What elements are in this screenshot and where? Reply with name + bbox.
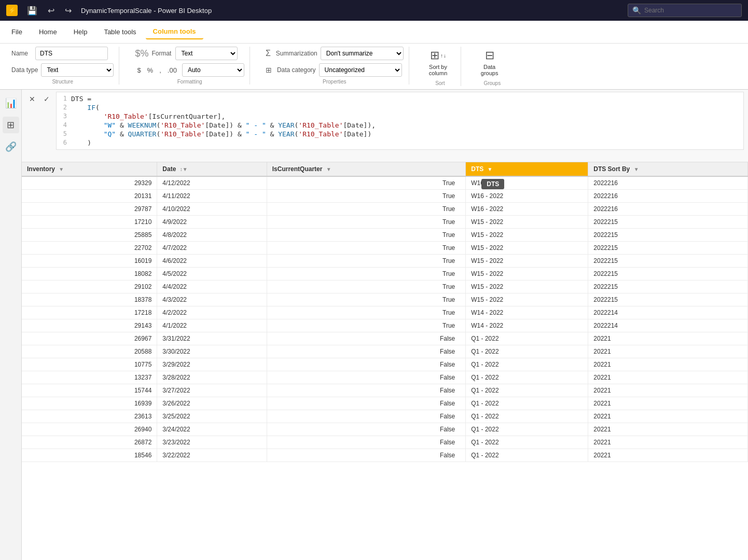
- formula-line-2: 2 IF(: [59, 103, 741, 112]
- menu-help[interactable]: Help: [66, 25, 95, 39]
- cell-dts: W16 - 2022: [466, 203, 588, 216]
- datagroups-button[interactable]: ⊟ Data groups: [477, 47, 503, 78]
- table-row: 17218 4/2/2022 True W14 - 2022 2022214: [22, 306, 748, 319]
- menu-column-tools[interactable]: Column tools: [146, 24, 203, 39]
- table-row: 18378 4/3/2022 True W15 - 2022 2022215: [22, 293, 748, 306]
- formula-code: 1 DTS = 2 IF( 3 'R10_Table'[IsCurrentQua…: [56, 92, 744, 150]
- datatype-select[interactable]: Text: [41, 63, 114, 77]
- cell-dts: W15 - 2022: [466, 242, 588, 255]
- arrow-up: ↑: [440, 53, 443, 59]
- menu-table-tools[interactable]: Table tools: [96, 25, 143, 39]
- cell-iscurrentquarter: False: [267, 358, 466, 371]
- col-inventory-filter[interactable]: ▼: [59, 166, 64, 172]
- cell-dtssortby: 2022215: [588, 242, 748, 255]
- undo-button[interactable]: ↩: [45, 5, 58, 17]
- groups-icon: ⊟: [485, 49, 494, 62]
- table-row: 26872 3/23/2022 False Q1 - 2022 20221: [22, 436, 748, 449]
- percent-icon[interactable]: %: [145, 65, 156, 75]
- table-header: Inventory ▼ Date ↕▼ IsCurrentQuarter ▼ D…: [22, 162, 748, 176]
- cell-inventory: 17218: [22, 306, 157, 319]
- cell-date: 3/28/2022: [157, 371, 267, 384]
- name-input[interactable]: [35, 47, 108, 60]
- save-button[interactable]: 💾: [24, 5, 40, 17]
- table-row: 17210 4/9/2022 True W15 - 2022 2022215: [22, 216, 748, 229]
- sidebar-chart-icon[interactable]: 📊: [3, 95, 19, 111]
- format-label: Format: [151, 50, 172, 57]
- cell-dts: Q1 - 2022: [466, 332, 588, 345]
- cell-date: 4/3/2022: [157, 293, 267, 306]
- ribbon-summarization-row: Σ Summarization Don't summarize: [266, 47, 404, 60]
- menubar: File Home Help Table tools Column tools: [0, 21, 748, 44]
- comma-icon[interactable]: ,: [157, 65, 163, 75]
- cell-date: 4/5/2022: [157, 268, 267, 281]
- summarization-select[interactable]: Don't summarize: [321, 47, 404, 60]
- formatting-label: Formatting: [135, 79, 244, 85]
- main-area: 📊 ⊞ 🔗 ✕ ✓ 1 DTS = 2 IF(: [0, 90, 748, 560]
- menu-file[interactable]: File: [4, 25, 30, 39]
- col-dts: DTS ▼ DTS: [466, 162, 588, 176]
- arrow-down: ↓: [444, 53, 446, 59]
- data-table: Inventory ▼ Date ↕▼ IsCurrentQuarter ▼ D…: [22, 162, 748, 462]
- sortby-column-button[interactable]: ⊞ ↑ ↓ Sort by column: [425, 47, 451, 78]
- format-select[interactable]: Text: [175, 47, 238, 60]
- cell-iscurrentquarter: False: [267, 423, 466, 436]
- col-dtssortby-filter[interactable]: ▼: [634, 166, 639, 172]
- summarization-label: Summarization: [276, 50, 317, 57]
- cell-inventory: 16019: [22, 255, 157, 268]
- formula-bar: ✕ ✓ 1 DTS = 2 IF( 3 'R10_Table'[I: [22, 90, 748, 162]
- table-row: 26967 3/31/2022 False Q1 - 2022 20221: [22, 332, 748, 345]
- cell-date: 4/11/2022: [157, 190, 267, 203]
- cell-date: 4/9/2022: [157, 216, 267, 229]
- cell-dtssortby: 20221: [588, 397, 748, 410]
- table-row: 29787 4/10/2022 True W16 - 2022 2022216: [22, 203, 748, 216]
- col-isq-filter[interactable]: ▼: [326, 166, 331, 172]
- table-row: 25885 4/8/2022 True W15 - 2022 2022215: [22, 229, 748, 242]
- cell-dts: W15 - 2022: [466, 216, 588, 229]
- sortby-label: Sort by column: [429, 64, 447, 76]
- titlebar-left: ⚡ 💾 ↩ ↪ DynamicTemporalScale - Power BI …: [6, 5, 212, 17]
- redo-button[interactable]: ↪: [62, 5, 75, 17]
- format-icons: $ % , .00: [135, 65, 179, 75]
- ribbon-name-row: Name: [11, 47, 108, 60]
- cell-date: 3/29/2022: [157, 358, 267, 371]
- auto-select[interactable]: Auto: [182, 63, 244, 77]
- cell-dtssortby: 2022216: [588, 176, 748, 190]
- sidebar-model-icon[interactable]: 🔗: [3, 138, 19, 155]
- cell-date: 3/31/2022: [157, 332, 267, 345]
- formula-confirm-button[interactable]: ✓: [40, 93, 53, 105]
- cell-inventory: 26940: [22, 423, 157, 436]
- cell-dts: W16 - 2022: [466, 190, 588, 203]
- search-box[interactable]: 🔍: [628, 4, 742, 17]
- col-date-filter[interactable]: ↕▼: [180, 166, 188, 172]
- cell-dts: W14 - 2022: [466, 306, 588, 319]
- col-dts-filter[interactable]: ▼: [488, 166, 493, 172]
- table-row: 22702 4/7/2022 True W15 - 2022 2022215: [22, 242, 748, 255]
- cell-dts: Q1 - 2022: [466, 371, 588, 384]
- cell-dtssortby: 2022214: [588, 319, 748, 332]
- menu-home[interactable]: Home: [32, 25, 64, 39]
- table-row: 26940 3/24/2022 False Q1 - 2022 20221: [22, 423, 748, 436]
- cell-date: 3/25/2022: [157, 410, 267, 423]
- ribbon-groups: ⊟ Data groups Groups: [472, 47, 513, 86]
- table-row: 18546 3/22/2022 False Q1 - 2022 20221: [22, 449, 748, 462]
- table-row: 18082 4/5/2022 True W15 - 2022 2022215: [22, 268, 748, 281]
- datacategory-select[interactable]: Uncategorized: [319, 63, 402, 77]
- left-sidebar: 📊 ⊞ 🔗: [0, 90, 22, 560]
- cell-iscurrentquarter: False: [267, 332, 466, 345]
- cell-dts: W16 - 2022: [466, 176, 588, 190]
- cell-dtssortby: 2022214: [588, 306, 748, 319]
- cell-dts: Q1 - 2022: [466, 436, 588, 449]
- cell-dtssortby: 20221: [588, 332, 748, 345]
- formula-line-3: 3 'R10_Table'[IsCurrentQuarter],: [59, 112, 741, 121]
- sidebar-table-icon[interactable]: ⊞: [3, 117, 19, 133]
- cell-inventory: 15744: [22, 384, 157, 397]
- cell-dtssortby: 20221: [588, 449, 748, 462]
- currency-icon[interactable]: $: [135, 65, 143, 75]
- app-icon: ⚡: [6, 5, 18, 16]
- search-input[interactable]: [644, 7, 732, 14]
- decimal-icon[interactable]: .00: [165, 65, 179, 75]
- cell-dts: Q1 - 2022: [466, 410, 588, 423]
- formula-cancel-button[interactable]: ✕: [26, 93, 38, 105]
- table-row: 23613 3/25/2022 False Q1 - 2022 20221: [22, 410, 748, 423]
- cell-date: 3/30/2022: [157, 345, 267, 358]
